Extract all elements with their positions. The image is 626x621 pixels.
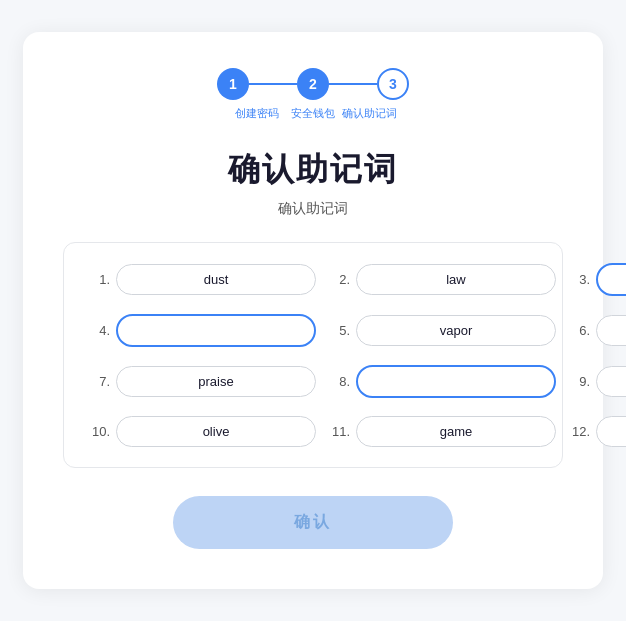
step-3: 3 (377, 68, 409, 100)
word-input-6[interactable] (596, 315, 626, 346)
word-item-8: 8. (328, 365, 556, 398)
word-num-8: 8. (328, 374, 350, 389)
stepper-circles: 1 2 3 (217, 68, 409, 100)
step-1: 1 (217, 68, 249, 100)
word-input-1[interactable] (116, 264, 316, 295)
step-line-1 (249, 83, 297, 85)
word-item-10: 10. (88, 416, 316, 447)
word-item-6: 6. (568, 314, 626, 347)
word-num-7: 7. (88, 374, 110, 389)
word-input-3[interactable] (596, 263, 626, 296)
word-input-7[interactable] (116, 366, 316, 397)
step-2: 2 (297, 68, 329, 100)
step-line-2 (329, 83, 377, 85)
step-label-3: 确认助记词 (341, 106, 397, 120)
word-num-12: 12. (568, 424, 590, 439)
word-num-11: 11. (328, 424, 350, 439)
confirm-button[interactable]: 确认 (173, 496, 453, 549)
word-item-1: 1. (88, 263, 316, 296)
word-num-5: 5. (328, 323, 350, 338)
word-item-9: 9. (568, 365, 626, 398)
word-num-2: 2. (328, 272, 350, 287)
word-input-9[interactable] (596, 366, 626, 397)
word-num-10: 10. (88, 424, 110, 439)
word-num-9: 9. (568, 374, 590, 389)
stepper: 1 2 3 创建密码 安全钱包 确认助记词 (63, 68, 563, 120)
word-item-4: 4. (88, 314, 316, 347)
word-item-5: 5. (328, 314, 556, 347)
word-num-3: 3. (568, 272, 590, 287)
words-grid: 1. 2. 3. 4. 5. 6. 7. 8. (63, 242, 563, 468)
word-input-8[interactable] (356, 365, 556, 398)
word-item-2: 2. (328, 263, 556, 296)
page-title: 确认助记词 (63, 148, 563, 192)
word-input-5[interactable] (356, 315, 556, 346)
word-input-10[interactable] (116, 416, 316, 447)
word-input-4[interactable] (116, 314, 316, 347)
word-item-7: 7. (88, 365, 316, 398)
page-subtitle: 确认助记词 (63, 200, 563, 218)
word-item-3: 3. (568, 263, 626, 296)
step-label-2: 安全钱包 (285, 106, 341, 120)
word-num-4: 4. (88, 323, 110, 338)
stepper-labels: 创建密码 安全钱包 确认助记词 (229, 106, 397, 120)
word-num-1: 1. (88, 272, 110, 287)
word-num-6: 6. (568, 323, 590, 338)
word-input-2[interactable] (356, 264, 556, 295)
main-container: 1 2 3 创建密码 安全钱包 确认助记词 确认助记词 确认助记词 1. 2. … (23, 32, 603, 589)
word-item-11: 11. (328, 416, 556, 447)
word-item-12: 12. (568, 416, 626, 447)
word-input-12[interactable] (596, 416, 626, 447)
word-input-11[interactable] (356, 416, 556, 447)
step-label-1: 创建密码 (229, 106, 285, 120)
